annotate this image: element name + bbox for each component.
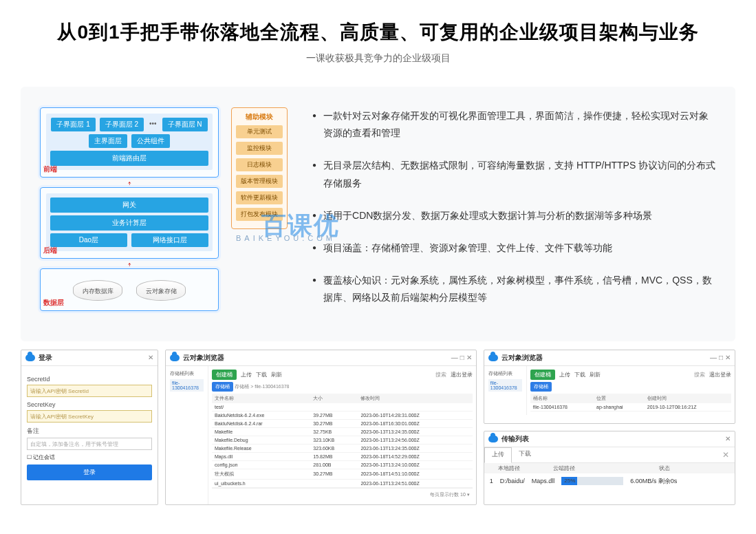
col-location[interactable]: 位置: [594, 394, 645, 403]
bullet-item: 项目涵盖：存储桶管理、资源对象管理、文件上传、文件下载等功能: [323, 239, 612, 257]
bullet-item: 适用于CDN数据分发、数据万象处理或大数据计算与分析的数据湖等多种场景: [323, 207, 652, 224]
side-section-label: 存储桶列表: [170, 370, 204, 377]
aux-item: 版本管理模块: [236, 175, 283, 188]
arch-box: Dao层: [50, 233, 127, 247]
logout-link[interactable]: 退出登录: [451, 371, 473, 378]
upload-button[interactable]: 上传: [559, 371, 570, 378]
speed-text: 6.00MB/s 剩余0s: [630, 477, 677, 486]
pager[interactable]: 每页显示行数 10 ▾: [212, 488, 473, 501]
architecture-diagram: 子界面层 1 子界面层 2 ••• 子界面层 N 主界面层 公共组件 前端路由层…: [40, 107, 288, 315]
download-button[interactable]: 下载: [574, 371, 585, 378]
secretid-label: SecretId: [27, 376, 152, 383]
side-section-label: 存储桶列表: [488, 370, 522, 377]
close-icon[interactable]: ✕: [725, 435, 731, 442]
search-link[interactable]: 搜索: [694, 371, 705, 378]
arch-cylinder: 内存数据库: [73, 280, 122, 301]
search-link[interactable]: 搜索: [435, 371, 446, 378]
arch-section-label: 前端: [43, 164, 57, 174]
cloud-icon: [170, 354, 180, 361]
bucket-item[interactable]: file-1300416378: [170, 379, 204, 392]
col-name[interactable]: 文件名称: [212, 394, 310, 403]
page-title: 从0到1手把手带你落地全流程、高质量、可复用的企业级项目架构与业务: [0, 19, 756, 45]
tab-download[interactable]: 下载: [512, 447, 538, 462]
arch-box: 网关: [50, 197, 208, 213]
secretid-input[interactable]: 请输入API密钥 SecretId: [27, 385, 152, 397]
bullet-item: 无目录层次结构、无数据格式限制，可容纳海量数据，支持 HTTP/HTTPS 协议…: [323, 157, 716, 191]
bullet-item: 一款针对云对象存储开发的可视化界面管理工具，界面简洁，操作便捷，轻松实现对云对象…: [323, 107, 716, 142]
refresh-button[interactable]: 刷新: [271, 371, 282, 378]
aux-title: 辅助模块: [236, 112, 283, 122]
arch-section-label: 后端: [43, 246, 57, 255]
secretkey-input[interactable]: 请输入API密钥 SecretKey: [27, 410, 152, 423]
watermark-sub: BAIKEYOU.COM: [236, 234, 336, 242]
table-row[interactable]: ui_uibuckets.h2023-06-13T13:24:51.000Z: [212, 479, 473, 487]
table-row[interactable]: test/: [212, 403, 473, 412]
cloud-path: Maps.dll: [532, 478, 555, 484]
close-icon[interactable]: ✕: [148, 354, 153, 361]
col-size[interactable]: 大小: [310, 394, 358, 403]
cloud-icon: [488, 354, 498, 361]
table-row[interactable]: Makefile.Release323.60KB2023-06-13T13:24…: [212, 444, 473, 452]
local-path: D:/baidu/: [500, 478, 525, 484]
upload-button[interactable]: 上传: [241, 371, 252, 378]
table-row[interactable]: Makefile.Debug323.10KB2023-06-13T13:24:5…: [212, 436, 473, 444]
col-mtime[interactable]: 修改时间: [358, 394, 472, 403]
col-ctime[interactable]: 创建时间: [645, 394, 731, 403]
table-row[interactable]: 壮大模拟30.27MB2023-06-18T14:51:10.000Z: [212, 469, 473, 479]
login-title: 登录: [39, 353, 52, 363]
row-index: 1: [490, 478, 493, 484]
col-cloud[interactable]: 云端路径: [553, 464, 594, 472]
table-row[interactable]: BaiduNetdisk-6.2.4.exe39.27MB2023-06-10T…: [212, 411, 473, 419]
breadcrumb-tag[interactable]: 存储桶: [212, 382, 233, 392]
arch-box: 公共组件: [131, 134, 170, 148]
bucket-table: 桶名称 位置 创建时间 file-1300416378ap-shanghai20…: [530, 394, 731, 412]
aux-item: 日志模块: [236, 158, 283, 171]
aux-item: 软件更新模块: [236, 191, 283, 204]
table-row[interactable]: Makefile32.75KB2023-06-13T13:24:35.000Z: [212, 427, 473, 436]
progress-bar: 25%: [561, 477, 623, 485]
col-status[interactable]: 状态: [594, 464, 735, 472]
table-row[interactable]: Maps.dll15.82MB2023-06-18T14:52:29.000Z: [212, 452, 473, 460]
aux-panel: 辅助模块 单元测试 监控模块 日志模块 版本管理模块 软件更新模块 打包发布模块: [231, 107, 288, 229]
table-row[interactable]: file-1300416378ap-shanghai2019-10-12T08:…: [530, 403, 731, 412]
table-row[interactable]: BaiduNetdisk-6.2.4.rar30.27MB2023-06-18T…: [212, 419, 473, 427]
bucket-item[interactable]: file-1300416378: [488, 379, 522, 392]
maximize-icon[interactable]: □: [460, 354, 464, 361]
close-icon[interactable]: ✕: [466, 354, 472, 361]
minimize-icon[interactable]: —: [710, 354, 717, 361]
logout-link[interactable]: 退出登录: [709, 371, 731, 378]
table-row[interactable]: config.json281.00B2023-06-13T13:24:10.00…: [212, 460, 473, 469]
arch-box: 业务计算层: [50, 215, 208, 231]
minimize-icon[interactable]: —: [451, 354, 458, 361]
tab-upload[interactable]: 上传: [484, 447, 512, 463]
arch-box: 主界面层: [89, 134, 127, 148]
remember-checkbox[interactable]: ☐ 记住会话: [27, 453, 152, 461]
close-icon[interactable]: ✕: [725, 354, 731, 361]
browser-title: 云对象浏览器: [183, 353, 224, 363]
transfer-row[interactable]: 1 D:/baidu/ Maps.dll 25% 6.00MB/s 剩余0s: [484, 473, 735, 489]
login-button[interactable]: 登录: [27, 464, 152, 480]
create-bucket-button[interactable]: 创建桶: [530, 370, 555, 380]
remark-input[interactable]: 自定填，添加备注名，用于账号管理: [27, 438, 152, 450]
create-bucket-button[interactable]: 创建桶: [212, 370, 237, 380]
feature-list: 一款针对云对象存储开发的可视化界面管理工具，界面简洁，操作便捷，轻松实现对云对象…: [312, 107, 716, 322]
arch-section-label: 数据层: [43, 298, 64, 308]
col-bucket[interactable]: 桶名称: [530, 394, 594, 403]
aux-item: 打包发布模块: [236, 208, 283, 221]
breadcrumb-path: 存储桶 > file-1300416378: [235, 384, 289, 389]
transfer-title: 传输列表: [501, 434, 529, 444]
secretkey-label: SecretKey: [27, 401, 152, 408]
col-idx: [484, 464, 498, 472]
maximize-icon[interactable]: □: [719, 354, 723, 361]
breadcrumb-tag[interactable]: 存储桶: [530, 382, 552, 392]
arch-box: 子界面层 N: [162, 118, 208, 131]
refresh-button[interactable]: 刷新: [590, 371, 601, 378]
aux-item: 监控模块: [236, 142, 283, 155]
aux-item: 单元测试: [236, 125, 283, 138]
col-local[interactable]: 本地路径: [498, 464, 553, 472]
browser2-title: 云对象浏览器: [501, 353, 543, 363]
cloud-icon: [25, 354, 35, 361]
close-tab-icon[interactable]: ✕: [717, 447, 735, 462]
download-button[interactable]: 下载: [256, 371, 267, 378]
page-subtitle: 一课收获极具竞争力的企业级项目: [0, 52, 756, 65]
